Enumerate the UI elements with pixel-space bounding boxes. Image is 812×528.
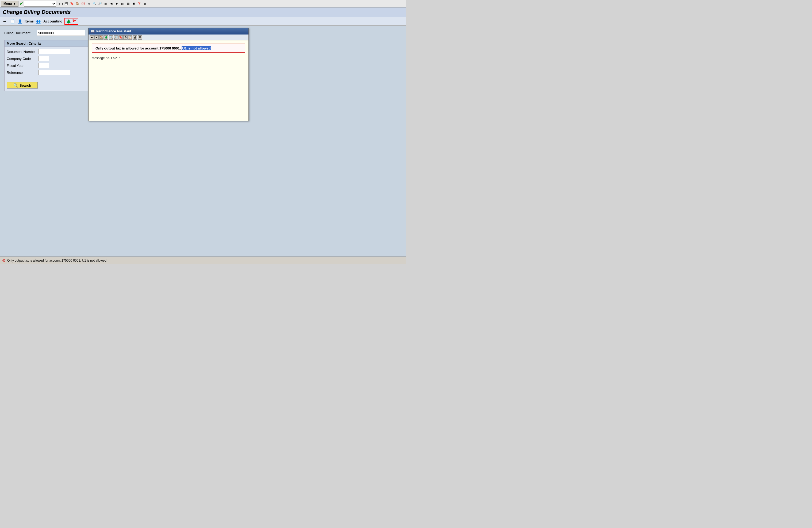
transaction-dropdown[interactable] — [24, 1, 56, 7]
next-icon[interactable]: ▶ — [115, 1, 119, 6]
reference-label: Reference — [7, 71, 36, 75]
message-no: Message no. FS215 — [92, 56, 245, 60]
find-icon[interactable]: 🔍 — [92, 1, 97, 6]
pa-doc-icon: 📖 — [91, 29, 95, 33]
nav-back-icon[interactable]: ◄◄ — [58, 1, 63, 6]
company-code-row: Company Code — [7, 56, 87, 61]
error-highlight: U1 is not allowed — [182, 46, 211, 50]
page-title: Change Billing Documents — [3, 9, 403, 15]
search-criteria-box: More Search Criteria Document Numbe Comp… — [4, 40, 90, 91]
reference-row: Reference — [7, 70, 87, 75]
search-btn-icon: 🔍 — [13, 83, 18, 87]
pa-back-icon[interactable]: ◄ — [90, 35, 94, 40]
pa-search-icon[interactable]: 🔍 — [109, 35, 113, 40]
layout1-icon[interactable]: ▦ — [126, 1, 131, 6]
search-criteria-content: Document Numbe Company Code Fiscal Year … — [4, 47, 90, 79]
fiscal-year-label: Fiscal Year — [7, 64, 36, 68]
main-content: Billing Document More Search Criteria Do… — [0, 26, 406, 257]
shortcut-icon2[interactable]: 🏠 — [75, 1, 80, 6]
new-doc-icon[interactable]: 📄 — [10, 19, 15, 24]
performance-assistant-panel: 📖 Performance Assistant ◄ ► 🏠 🌲 🔍 🔎 🔖 ⚙ … — [88, 28, 249, 121]
company-code-input[interactable] — [38, 56, 49, 61]
pa-print-icon[interactable]: 🖨 — [133, 35, 137, 40]
first-icon[interactable]: ⏮ — [103, 1, 108, 6]
highlighted-action[interactable]: 🌲 🚩 — [64, 18, 78, 25]
billing-doc-label: Billing Document — [4, 31, 34, 35]
nav-arrow-icon[interactable]: ↩ — [2, 19, 8, 24]
company-code-label: Company Code — [7, 57, 36, 61]
cancel-icon[interactable]: 🚫 — [81, 1, 86, 6]
error-message-box: Only output tax is allowed for account 1… — [92, 44, 245, 53]
toolbar-icons: ◄◄ 💾 🔖 🏠 🚫 🖨 🔍 🔎 ⏮ ◀ ▶ ⏭ ▦ ▣ ❓ 🖥 — [58, 1, 147, 6]
save-icon[interactable]: 💾 — [64, 1, 69, 6]
layout2-icon[interactable]: ▣ — [131, 1, 136, 6]
status-text: Only output tax is allowed for account 1… — [7, 259, 106, 262]
search-btn-row: 🔍 Search — [4, 81, 90, 91]
search-button[interactable]: 🔍 Search — [7, 82, 38, 88]
accounting-label[interactable]: Accounting — [43, 19, 62, 23]
pa-tree-icon[interactable]: 🌲 — [104, 35, 108, 40]
pa-copy-icon[interactable]: 📋 — [128, 35, 132, 40]
perf-assistant-content: Only output tax is allowed for account 1… — [88, 40, 248, 120]
flag-icon[interactable]: 🚩 — [72, 19, 77, 24]
pa-bookmark-icon[interactable]: 🔖 — [118, 35, 123, 40]
search-criteria-header: More Search Criteria — [4, 40, 90, 47]
fiscal-year-input[interactable] — [38, 63, 49, 68]
pa-close-icon[interactable]: ✕ — [138, 35, 142, 40]
doc-number-label: Document Numbe — [7, 50, 36, 54]
action-toolbar: ↩ 📄 👤 Items 👥 Accounting 🌲 🚩 — [0, 17, 406, 26]
status-error-icon: ⊗ — [2, 258, 5, 263]
menu-button[interactable]: Menu ▼ — [1, 1, 18, 7]
help-icon[interactable]: ❓ — [137, 1, 142, 6]
tree-icon[interactable]: 🌲 — [66, 19, 71, 24]
print-icon[interactable]: 🖨 — [86, 1, 91, 6]
fiscal-year-row: Fiscal Year — [7, 63, 87, 68]
prev-icon[interactable]: ◀ — [109, 1, 114, 6]
error-message-main: Only output tax is allowed for account 1… — [96, 46, 181, 50]
pa-find-icon[interactable]: 🔎 — [114, 35, 118, 40]
doc-number-row: Document Numbe — [7, 49, 87, 54]
error-message-text: Only output tax is allowed for account 1… — [96, 46, 242, 50]
person-icon[interactable]: 👤 — [17, 19, 23, 24]
pa-home-icon[interactable]: 🏠 — [99, 35, 103, 40]
perf-assistant-titlebar: 📖 Performance Assistant — [88, 28, 248, 34]
pa-title-text: Performance Assistant — [96, 29, 131, 33]
menu-dropdown-arrow: ▼ — [13, 2, 16, 5]
monitor-icon[interactable]: 🖥 — [143, 1, 147, 6]
search-btn-label: Search — [19, 84, 31, 87]
find-next-icon[interactable]: 🔎 — [98, 1, 102, 6]
people-icon[interactable]: 👥 — [36, 19, 41, 24]
billing-doc-input[interactable] — [37, 30, 85, 36]
perf-assistant-toolbar: ◄ ► 🏠 🌲 🔍 🔎 🔖 ⚙ 📋 🖨 ✕ — [88, 34, 248, 40]
pa-forward-icon[interactable]: ► — [95, 35, 99, 40]
pa-settings-icon[interactable]: ⚙ — [123, 35, 128, 40]
doc-number-input[interactable] — [38, 49, 70, 54]
title-bar: Change Billing Documents — [0, 8, 406, 17]
last-icon[interactable]: ⏭ — [120, 1, 125, 6]
check-icon: ✔ — [19, 1, 23, 6]
items-label[interactable]: Items — [25, 19, 34, 23]
perf-assistant-title: 📖 Performance Assistant — [91, 29, 131, 33]
reference-input[interactable] — [38, 70, 70, 75]
menu-label: Menu — [3, 2, 12, 5]
menu-bar: Menu ▼ ✔ ◄◄ 💾 🔖 🏠 🚫 🖨 🔍 🔎 ⏮ ◀ ▶ ⏭ ▦ ▣ ❓ … — [0, 0, 406, 8]
shortcut-icon1[interactable]: 🔖 — [70, 1, 74, 6]
status-bar: ⊗ Only output tax is allowed for account… — [0, 257, 406, 264]
